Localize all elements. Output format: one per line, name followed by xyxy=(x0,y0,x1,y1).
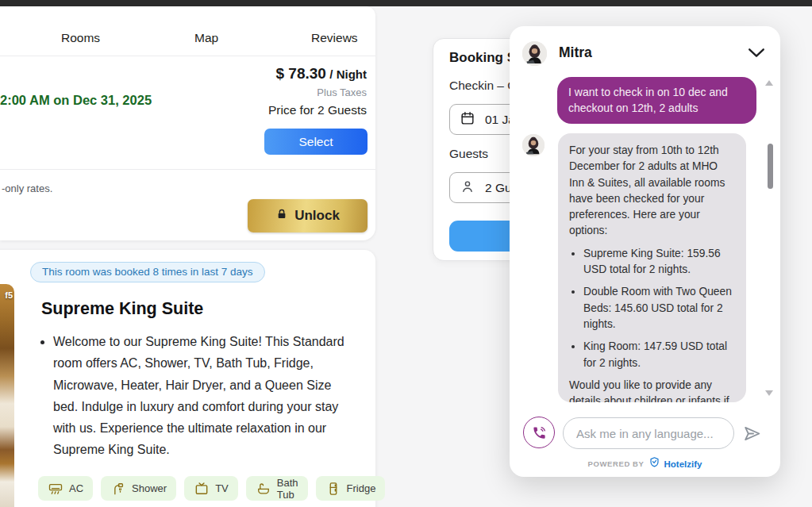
amenity-label: Shower xyxy=(132,482,167,494)
scroll-down-arrow[interactable] xyxy=(765,390,773,396)
amenity-label: AC xyxy=(69,482,83,494)
price-value: $ 78.30 xyxy=(275,65,325,82)
price-per-night: / Night xyxy=(329,67,367,81)
amenity-chip-fridge: Fridge xyxy=(316,476,386,501)
unlock-button[interactable]: Unlock xyxy=(248,199,368,232)
amenity-chip-tv: TV xyxy=(184,476,238,501)
bot-option: Double Room with Two Queen Beds: 145.60 … xyxy=(583,284,735,332)
voice-call-button[interactable] xyxy=(523,417,555,448)
scrollbar-thumb[interactable] xyxy=(768,144,773,189)
page: Rooms Map Reviews $ 78.30 / Night Plus T… xyxy=(0,0,812,507)
lock-icon xyxy=(275,208,288,225)
person-icon xyxy=(460,179,475,198)
powered-by-label: POWERED BY xyxy=(588,459,645,468)
amenity-label: Fridge xyxy=(347,482,376,494)
chat-message-input[interactable] xyxy=(563,417,734,449)
bot-message-bubble: For your stay from 10th to 12th December… xyxy=(558,133,746,402)
bot-intro-text: For your stay from 10th to 12th December… xyxy=(569,143,735,240)
amenity-chips: AC Shower TV Bath Tub Fridge xyxy=(38,476,385,501)
room-description-item: Welcome to our Supreme King Suite! This … xyxy=(53,331,355,461)
booking-summary-title: Booking S xyxy=(449,50,516,66)
tab-map[interactable]: Map xyxy=(194,31,218,45)
divider xyxy=(0,169,375,170)
tab-rooms[interactable]: Rooms xyxy=(61,31,100,45)
booked-badge: This room was booked 8 times in last 7 d… xyxy=(30,262,265,282)
hotelzify-logo-icon xyxy=(649,456,660,471)
amenity-chip-shower: Shower xyxy=(101,476,176,501)
tv-icon xyxy=(194,481,210,497)
member-rates-note: -only rates. xyxy=(2,182,52,194)
room-title: Supreme King Suite xyxy=(41,299,203,319)
scroll-up-arrow[interactable] xyxy=(765,80,773,86)
bot-option: Supreme King Suite: 159.56 USD total for… xyxy=(583,246,735,278)
plus-taxes-note: Plus Taxes xyxy=(317,86,367,98)
price-line: $ 78.30 / Night xyxy=(275,65,367,83)
bot-option: King Room: 147.59 USD total for 2 nights… xyxy=(583,339,735,371)
fridge-icon xyxy=(325,481,341,497)
select-button[interactable]: Select xyxy=(264,129,368,155)
chat-widget: Mitra I want to check in on 10 dec and c… xyxy=(510,26,780,477)
tab-reviews[interactable]: Reviews xyxy=(311,31,358,45)
bot-outro-text: Would you like to provide any details ab… xyxy=(569,378,735,402)
amenity-chip-bathtub: Bath Tub xyxy=(246,476,308,501)
amenity-chip-ac: AC xyxy=(38,476,93,501)
chevron-down-icon[interactable] xyxy=(747,47,766,62)
agent-avatar xyxy=(522,41,547,66)
room-card: f5 This room was booked 8 times in last … xyxy=(0,250,375,507)
checkin-checkout-label: Checkin – C xyxy=(449,79,516,93)
unlock-label: Unlock xyxy=(294,208,340,224)
hotelzify-brand-name: Hotelzify xyxy=(664,459,702,469)
amenity-label: TV xyxy=(215,482,229,494)
guests-label: Guests xyxy=(449,147,488,161)
user-message-bubble: I want to check in on 10 dec and checkou… xyxy=(557,77,756,124)
room-description: Welcome to our Supreme King Suite! This … xyxy=(37,331,355,461)
agent-avatar-small xyxy=(522,134,545,156)
calendar-icon xyxy=(460,110,475,129)
ac-icon xyxy=(48,481,63,497)
divider xyxy=(0,56,375,56)
top-black-bar xyxy=(0,0,812,6)
shower-icon xyxy=(110,481,126,497)
rate-card: Rooms Map Reviews $ 78.30 / Night Plus T… xyxy=(0,6,375,240)
photo-counter: f5 xyxy=(5,290,13,300)
cancellation-note: 2:00 AM on Dec 31, 2025 xyxy=(0,93,152,108)
bathtub-icon xyxy=(256,481,271,497)
bot-options-list: Supreme King Suite: 159.56 USD total for… xyxy=(569,246,735,371)
agent-name: Mitra xyxy=(559,44,592,61)
amenity-label: Bath Tub xyxy=(277,477,298,501)
send-icon[interactable] xyxy=(741,424,763,445)
room-photo[interactable]: f5 xyxy=(0,284,14,507)
powered-by-row: POWERED BY Hotelzify xyxy=(510,456,780,471)
price-for-guests: Price for 2 Guests xyxy=(268,103,367,117)
